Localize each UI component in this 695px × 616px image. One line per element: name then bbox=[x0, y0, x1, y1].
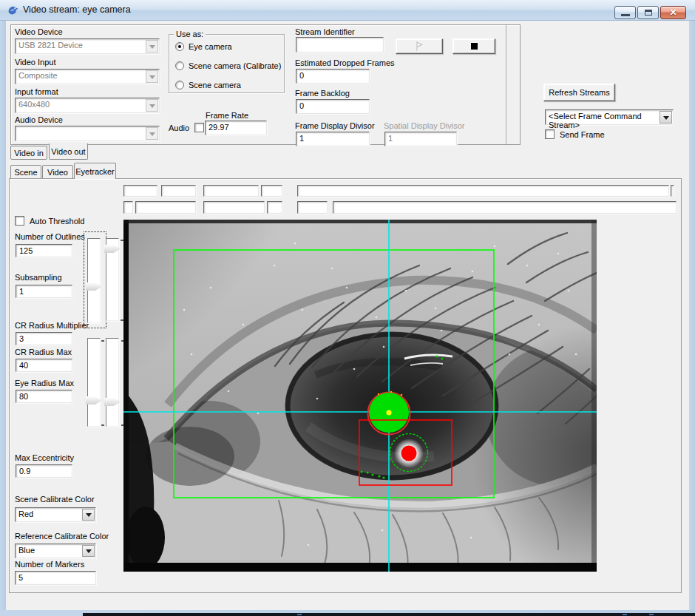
send-frame-label: Send Frame bbox=[560, 130, 605, 140]
number-of-markers-label: Number of Markers bbox=[15, 560, 84, 569]
minimize-button[interactable] bbox=[614, 6, 636, 19]
auto-threshold-checkbox[interactable] bbox=[15, 216, 24, 226]
chevron-down-icon[interactable] bbox=[146, 70, 158, 83]
chevron-down-icon[interactable] bbox=[660, 111, 672, 123]
chevron-down-icon[interactable] bbox=[82, 545, 95, 557]
subsampling-label: Subsampling bbox=[15, 273, 62, 282]
radio-eye-camera[interactable] bbox=[175, 42, 184, 51]
slider-tick bbox=[101, 424, 104, 426]
status-field-4[interactable] bbox=[261, 185, 282, 197]
scene-calibrate-color-label: Scene Calibrate Color bbox=[15, 495, 95, 504]
close-icon: ✕ bbox=[669, 8, 677, 17]
threshold-slider[interactable] bbox=[87, 238, 101, 323]
chevron-down-icon[interactable] bbox=[82, 509, 95, 521]
stop-stream-button[interactable] bbox=[452, 38, 495, 54]
cr-radius-max-field[interactable]: 40 bbox=[16, 359, 72, 372]
status-field-8[interactable] bbox=[267, 201, 282, 214]
audio-device-combobox[interactable] bbox=[15, 126, 160, 141]
tab-video-in[interactable]: Video in bbox=[10, 146, 47, 160]
cr-slider-2[interactable] bbox=[106, 338, 119, 427]
number-of-outlines-label: Number of Outlines bbox=[15, 232, 85, 242]
eye-radius-max-field[interactable]: 80 bbox=[16, 390, 72, 403]
chevron-down-icon[interactable] bbox=[146, 40, 158, 53]
video-input-label: Video Input bbox=[15, 58, 55, 67]
status-field-6[interactable] bbox=[135, 201, 196, 214]
audio-device-label: Audio Device bbox=[15, 115, 63, 125]
max-eccentricity-label: Max Eccentricity bbox=[15, 453, 74, 463]
panel-divider bbox=[506, 25, 506, 144]
tab-video-out[interactable]: Video out bbox=[49, 143, 88, 160]
frame-backlog-field[interactable]: 0 bbox=[296, 99, 370, 114]
cr-marker bbox=[401, 446, 417, 461]
chevron-down-icon[interactable] bbox=[146, 99, 158, 112]
status-field-long-2[interactable] bbox=[333, 201, 677, 214]
refresh-streams-button[interactable]: Refresh Streams bbox=[543, 84, 615, 101]
maximize-icon bbox=[645, 10, 652, 16]
input-format-label: Input format bbox=[15, 87, 58, 97]
input-format-combobox[interactable]: 640x480 bbox=[15, 98, 160, 113]
window-title: Video stream: eye camera bbox=[23, 5, 131, 15]
max-eccentricity-field[interactable]: 0.9 bbox=[16, 464, 72, 478]
title-bar[interactable]: Video stream: eye camera bbox=[0, 0, 695, 21]
cr-radius-multiplier-field[interactable]: 3 bbox=[16, 332, 72, 345]
auto-threshold-label: Auto Threshold bbox=[30, 217, 84, 226]
radio-scene-camera-label: Scene camera bbox=[189, 81, 241, 90]
video-device-label: Video Device bbox=[15, 27, 63, 37]
tab-eyetracker[interactable]: Eyetracker bbox=[74, 163, 116, 179]
eye-radius-max-label: Eye Radius Max bbox=[15, 379, 74, 388]
status-field-9[interactable] bbox=[297, 201, 328, 214]
status-field-2[interactable] bbox=[161, 185, 196, 197]
reference-calibrate-color-combobox[interactable]: Blue bbox=[15, 544, 96, 558]
eye-image bbox=[123, 220, 597, 572]
taskbar-edge bbox=[83, 613, 695, 616]
radio-scene-camera-calibrate-label: Scene camera (Calibrate) bbox=[189, 61, 281, 71]
estimated-dropped-frames-label: Estimated Dropped Frames bbox=[295, 58, 395, 68]
number-of-outlines-field[interactable]: 125 bbox=[16, 244, 72, 257]
radio-eye-camera-label: Eye camera bbox=[189, 42, 232, 52]
stream-identifier-field[interactable] bbox=[296, 37, 384, 53]
status-field-7[interactable] bbox=[203, 201, 265, 214]
eye-video-view[interactable] bbox=[123, 220, 597, 572]
tab-video[interactable]: Video bbox=[42, 165, 73, 179]
cr-slider[interactable] bbox=[87, 338, 101, 427]
status-field-1[interactable] bbox=[123, 185, 157, 197]
cr-radius-multiplier-label: CR Radius Multiplier bbox=[15, 321, 89, 331]
frame-backlog-label: Frame Backlog bbox=[295, 89, 350, 98]
start-stream-button[interactable] bbox=[396, 38, 443, 54]
spatial-display-divisor-label: Spatial Display Divisor bbox=[384, 121, 464, 131]
audio-checkbox[interactable] bbox=[194, 123, 204, 132]
audio-label: Audio bbox=[169, 123, 189, 133]
stream-identifier-label: Stream Identifier bbox=[295, 27, 355, 37]
spatial-display-divisor-field[interactable]: 1 bbox=[384, 132, 457, 146]
estimated-dropped-frames-field[interactable]: 0 bbox=[296, 69, 370, 84]
chevron-down-icon[interactable] bbox=[146, 127, 158, 140]
maximize-button[interactable] bbox=[637, 6, 659, 19]
minimize-icon bbox=[621, 14, 630, 16]
cr-radius-max-label: CR Radius Max bbox=[15, 348, 72, 357]
video-input-combobox[interactable]: Composite bbox=[15, 69, 160, 84]
frame-rate-field[interactable]: 29.97 bbox=[205, 121, 267, 135]
reference-calibrate-color-label: Reference Calibrate Color bbox=[15, 532, 109, 541]
threshold-slider-2[interactable] bbox=[106, 238, 119, 321]
status-field-3[interactable] bbox=[203, 185, 259, 197]
scene-calibrate-color-combobox[interactable]: Red bbox=[15, 507, 96, 522]
video-device-combobox[interactable]: USB 2821 Device bbox=[15, 38, 160, 54]
frame-command-stream-combobox[interactable]: <Select Frame Command Stream> bbox=[545, 109, 674, 125]
frame-display-divisor-field[interactable]: 1 bbox=[296, 132, 370, 146]
window-border-right bbox=[689, 21, 695, 610]
status-field-long-1[interactable] bbox=[297, 185, 669, 197]
radio-scene-camera[interactable] bbox=[175, 81, 184, 89]
slider-tick bbox=[101, 340, 104, 342]
subsampling-field[interactable]: 1 bbox=[16, 285, 72, 298]
status-field-5[interactable] bbox=[123, 201, 133, 214]
tab-scene[interactable]: Scene bbox=[10, 165, 41, 179]
number-of-markers-field[interactable]: 5 bbox=[15, 571, 96, 585]
stop-icon bbox=[471, 43, 478, 50]
flag-icon bbox=[415, 41, 424, 52]
pupil-center-dot bbox=[386, 410, 391, 415]
status-field-sliver[interactable] bbox=[671, 185, 674, 197]
send-frame-checkbox[interactable] bbox=[545, 129, 555, 139]
close-button[interactable]: ✕ bbox=[660, 6, 686, 19]
radio-scene-camera-calibrate[interactable] bbox=[175, 61, 184, 70]
window-border-left bbox=[0, 21, 6, 610]
